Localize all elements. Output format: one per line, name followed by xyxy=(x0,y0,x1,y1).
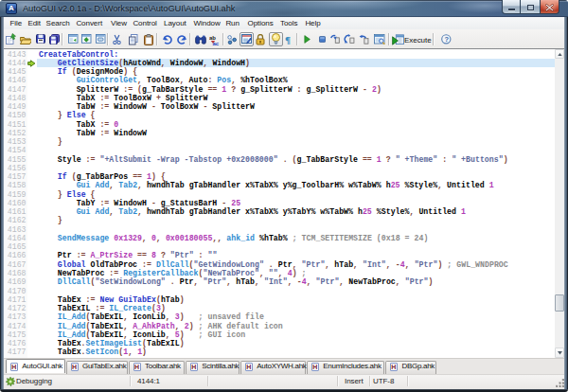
svg-text:¶: ¶ xyxy=(285,34,291,45)
svg-text:?: ? xyxy=(444,35,449,44)
